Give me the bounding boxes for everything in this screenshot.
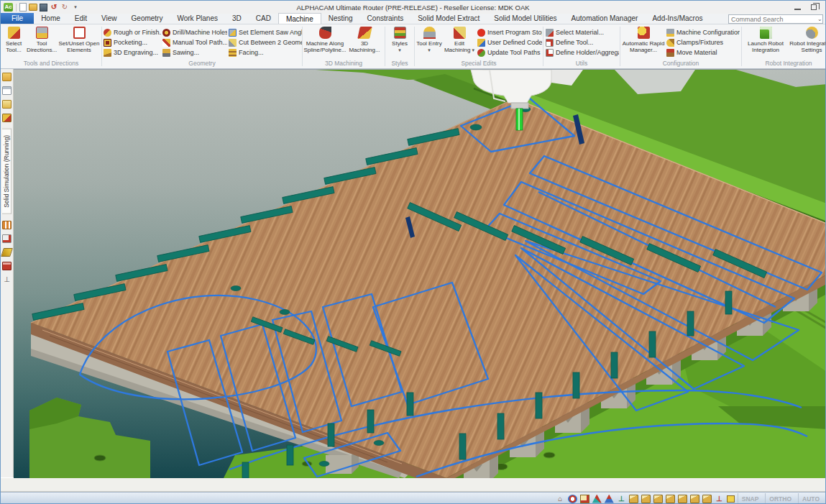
view-cube-iso4-icon[interactable] <box>702 495 712 503</box>
set-unset-open-elements-button[interactable]: Set/Unset Open Elements <box>57 24 101 59</box>
command-search[interactable]: ⌄ <box>728 14 823 24</box>
auto-toggle[interactable]: AUTO <box>798 493 823 504</box>
project-manager-icon[interactable] <box>2 86 12 95</box>
axis-xyz-icon[interactable] <box>605 495 614 503</box>
machine-configuration-button[interactable]: Machine Configuration <box>665 27 740 37</box>
ortho-toggle[interactable]: ORTHO <box>765 493 795 504</box>
tab-add-ins-macros[interactable]: Add-Ins/Macros <box>645 13 710 24</box>
tab-home[interactable]: Home <box>34 13 68 24</box>
styles-icon <box>394 27 406 39</box>
tab-cad[interactable]: CAD <box>249 13 278 24</box>
alphacam-window: Ac ↺ ↻ ▾ ALPHACAM Ultimate Router (PRE-R… <box>0 0 826 504</box>
alphacam-logo-icon[interactable]: Ac <box>4 3 13 12</box>
define-holder-icon <box>546 49 554 57</box>
orbit-view-icon[interactable] <box>568 495 577 503</box>
undo-icon[interactable]: ↺ <box>50 3 58 12</box>
view-cube-side-icon[interactable] <box>653 495 663 503</box>
open-file-icon[interactable] <box>29 4 37 11</box>
snap-toggle[interactable]: SNAP <box>738 493 763 504</box>
sawing-button[interactable]: Sawing... <box>161 47 227 58</box>
facing-button[interactable]: Facing... <box>227 47 302 58</box>
tool-directions-icon <box>36 27 48 39</box>
origin-icon[interactable]: ⊥ <box>2 275 12 284</box>
tab-automation-manager[interactable]: Automation Manager <box>564 13 646 24</box>
define-holder-aggregate-button[interactable]: Define Holder/Aggregate... <box>544 47 619 58</box>
solid-simulation-tab[interactable]: Solid Simulation (Running) <box>2 129 12 214</box>
open-drawing-icon[interactable] <box>2 73 12 81</box>
zoom-window-icon[interactable] <box>580 495 589 503</box>
automatic-rapid-manager-button[interactable]: Automatic Rapid Manager... <box>622 24 665 59</box>
drill-machine-holes-button[interactable]: Drill/Machine Holes <box>161 27 227 37</box>
move-material-button[interactable]: Move Material <box>665 47 740 58</box>
minimize-icon[interactable] <box>794 9 801 10</box>
manual-tool-path-button[interactable]: Manual Tool Path... <box>161 37 227 47</box>
restore-icon[interactable] <box>811 4 817 10</box>
command-search-input[interactable] <box>729 15 817 23</box>
new-file-icon[interactable] <box>19 3 27 12</box>
3d-viewport[interactable] <box>14 69 826 477</box>
tool-directions-button[interactable]: Tool Directions... <box>27 24 57 59</box>
save-icon[interactable] <box>40 4 47 12</box>
tab-solid-model-extract[interactable]: Solid Model Extract <box>410 13 487 24</box>
tab-file[interactable]: File <box>1 13 34 24</box>
pocketing-button[interactable]: Pocketing... <box>102 37 161 47</box>
machine-along-spline-button[interactable]: Machine Along Spline/Polyline... <box>304 24 346 59</box>
update-tool-paths-button[interactable]: Update Tool Paths <box>476 47 542 58</box>
tab-geometry[interactable]: Geometry <box>124 13 170 24</box>
view-cube-top-icon[interactable] <box>629 495 638 503</box>
3d-engraving-button[interactable]: 3D Engraving... <box>102 47 161 58</box>
select-points-icon[interactable] <box>592 495 602 503</box>
insert-program-stop-button[interactable]: Insert Program Stop <box>476 27 542 37</box>
drill-holes-icon <box>162 29 170 37</box>
edit-machining-icon <box>454 27 466 39</box>
group-3d-machining: Machine Along Spline/Polyline... 3D Mach… <box>303 24 385 68</box>
open-folder-icon[interactable] <box>2 100 12 109</box>
work-plane-icon[interactable] <box>727 495 735 503</box>
select-material-button[interactable]: Select Material... <box>544 27 619 37</box>
tab-nesting[interactable]: Nesting <box>321 13 360 24</box>
view-cube-iso2-icon[interactable] <box>678 495 687 503</box>
user-defined-code-button[interactable]: User Defined Code <box>476 37 542 47</box>
view-cube-iso1-icon[interactable] <box>666 495 675 503</box>
view-cube-iso3-icon[interactable] <box>690 495 699 503</box>
tab-constraints[interactable]: Constraints <box>360 13 411 24</box>
layers-icon[interactable] <box>2 221 12 229</box>
define-tool-button[interactable]: Define Tool... <box>544 37 619 47</box>
styles-button[interactable]: Styles ▾ <box>386 24 413 59</box>
3d-machining-button[interactable]: 3D Machining... <box>346 24 383 59</box>
3d-machining-icon <box>357 27 372 39</box>
home-view-icon[interactable]: ⌂ <box>556 495 565 503</box>
set-element-saw-angle-button[interactable]: Set Element Saw Angle <box>227 27 302 37</box>
facing-icon <box>229 49 237 57</box>
clamps-fixtures-button[interactable]: Clamps/Fixtures <box>665 37 740 47</box>
titlebar: Ac ↺ ↻ ▾ ALPHACAM Ultimate Router (PRE-R… <box>1 1 825 14</box>
redo-icon[interactable]: ↻ <box>60 3 69 12</box>
rough-or-finish-button[interactable]: Rough or Finish... <box>102 27 161 37</box>
tab-edit[interactable]: Edit <box>68 13 94 24</box>
sheets-icon[interactable] <box>2 234 12 243</box>
calculator-icon[interactable] <box>2 262 12 270</box>
group-configuration: Automatic Rapid Manager... Machine Confi… <box>620 24 741 68</box>
rough-or-finish-icon <box>104 29 111 37</box>
tool-library-icon[interactable] <box>2 114 12 122</box>
z-axis-pin-icon[interactable]: ⊥ <box>715 495 724 503</box>
launch-robot-integration-button[interactable]: Launch Robot Integration <box>743 24 789 59</box>
robot-integration-settings-button[interactable]: Robot Integration Settings <box>789 24 825 59</box>
axis-z-icon[interactable]: ⊥ <box>617 495 626 503</box>
tab-3d[interactable]: 3D <box>225 13 249 24</box>
command-bar[interactable] <box>1 477 825 492</box>
tab-solid-model-utilities[interactable]: Solid Model Utilities <box>487 13 564 24</box>
select-tool-button[interactable]: Select Tool... <box>1 24 27 59</box>
customize-toolbar-chevron-icon[interactable]: ▾ <box>71 3 80 12</box>
cut-between-2-geometries-button[interactable]: Cut Between 2 Geometries... <box>227 37 302 47</box>
program-stop-icon <box>477 29 485 37</box>
tab-machine[interactable]: Machine <box>278 13 321 24</box>
chevron-down-icon[interactable]: ⌄ <box>817 16 824 22</box>
tab-view[interactable]: View <box>94 13 124 24</box>
edit-machining-button[interactable]: Edit Machining ▾ <box>443 24 476 59</box>
edit-geometry-icon[interactable] <box>1 248 13 257</box>
tool-entry-button[interactable]: Tool Entry ▾ <box>416 24 443 59</box>
ribbon: Select Tool... Tool Directions... Set/Un… <box>1 24 825 69</box>
view-cube-front-icon[interactable] <box>641 495 651 503</box>
tab-work-planes[interactable]: Work Planes <box>170 13 225 24</box>
